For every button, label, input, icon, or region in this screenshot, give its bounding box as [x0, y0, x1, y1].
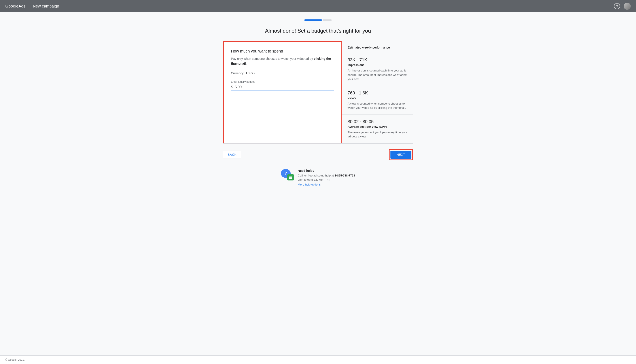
impressions-metric: 33K - 71K Impressions An impression is c… — [342, 53, 413, 86]
more-help-link[interactable]: More help options — [298, 183, 355, 186]
header-title: New campaign — [33, 4, 59, 8]
back-button[interactable]: BACK — [223, 151, 241, 158]
help-call-info: Call for free ad setup help at 1-855-738… — [298, 174, 355, 182]
chat-line-2 — [289, 177, 292, 178]
impressions-description: An impression is counted each time your … — [348, 68, 407, 82]
help-icons: ? — [281, 169, 294, 180]
chat-lines — [289, 176, 292, 179]
avatar[interactable] — [624, 3, 631, 10]
budget-input-row: $ — [231, 85, 334, 90]
performance-panel-header: Estimated weekly performance — [342, 41, 413, 53]
question-mark-icon: ? — [284, 171, 287, 176]
budget-field-label: Enter a daily budget — [231, 80, 334, 84]
budget-panel-title: How much you want to spend — [231, 49, 334, 54]
currency-value: USD — [246, 72, 253, 75]
header-right: ? — [614, 3, 631, 10]
estimated-performance-panel: Estimated weekly performance 33K - 71K I… — [342, 41, 413, 144]
cpv-description: The average amount you'll pay every time… — [348, 130, 407, 139]
currency-label: Currency: — [231, 72, 244, 75]
progress-bar — [304, 20, 332, 21]
cpv-label: Average cost-per-view (CPV) — [348, 125, 407, 128]
dollar-sign: $ — [231, 85, 233, 89]
copyright: © Google, 2021. — [5, 358, 25, 361]
main-content: Almost done! Set a budget that's right f… — [0, 12, 636, 356]
help-text-area: Need help? Call for free ad setup help a… — [298, 169, 355, 186]
header: GoogleAds New campaign ? — [0, 0, 636, 12]
next-button[interactable]: NEXT — [391, 151, 411, 158]
help-icon-button[interactable]: ? — [614, 3, 620, 9]
cpv-metric: $0.02 - $0.05 Average cost-per-view (CPV… — [342, 115, 413, 144]
chat-line-1 — [289, 176, 292, 176]
currency-selector[interactable]: USD ▾ — [246, 72, 255, 75]
page-title: Almost done! Set a budget that's right f… — [265, 28, 371, 34]
help-title: Need help? — [298, 169, 355, 172]
google-ads-logo: GoogleAds — [5, 4, 26, 8]
cpv-value: $0.02 - $0.05 — [348, 119, 407, 124]
footer: © Google, 2021. — [0, 356, 636, 364]
currency-row: Currency: USD ▾ — [231, 72, 334, 75]
help-section: ? Need help? Call for free ad setup help… — [281, 169, 355, 186]
header-logo: GoogleAds — [5, 4, 26, 8]
budget-input[interactable] — [235, 85, 334, 89]
budget-panel: How much you want to spend Pay only when… — [223, 41, 342, 144]
budget-panel-description: Pay only when someone chooses to watch y… — [231, 56, 334, 66]
impressions-label: Impressions — [348, 63, 407, 66]
avatar-image — [624, 3, 631, 10]
impressions-value: 33K - 71K — [348, 57, 407, 62]
chevron-down-icon: ▾ — [253, 72, 255, 75]
chat-bubble-icon — [287, 174, 294, 180]
views-metric: 760 - 1.6K Views A view is counted when … — [342, 86, 413, 115]
next-button-wrapper: NEXT — [389, 149, 413, 160]
progress-step-1 — [304, 20, 322, 21]
progress-step-2 — [323, 20, 332, 21]
views-label: Views — [348, 96, 407, 100]
views-description: A view is counted when someone chooses t… — [348, 102, 407, 110]
bottom-navigation: BACK NEXT — [223, 144, 413, 166]
content-area: How much you want to spend Pay only when… — [223, 41, 413, 144]
chat-line-3 — [289, 178, 292, 179]
budget-field-group: Enter a daily budget $ — [231, 80, 334, 90]
views-value: 760 - 1.6K — [348, 90, 407, 96]
